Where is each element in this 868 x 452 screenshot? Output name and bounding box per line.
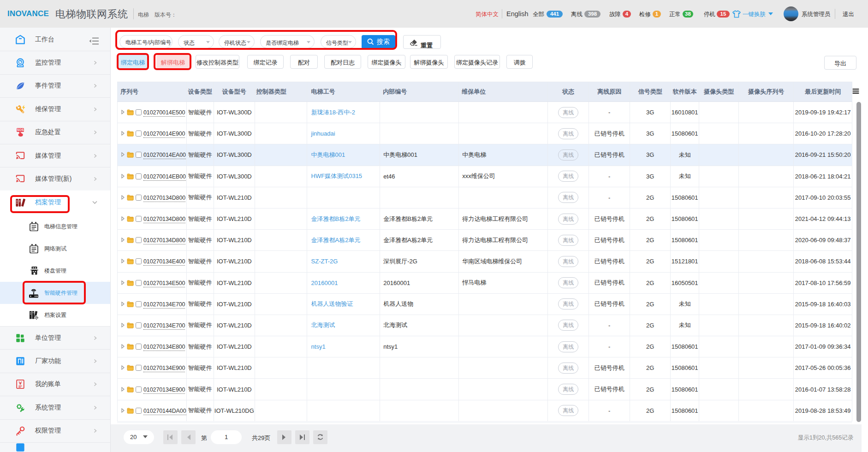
svg-text:SOS: SOS [17,129,24,132]
